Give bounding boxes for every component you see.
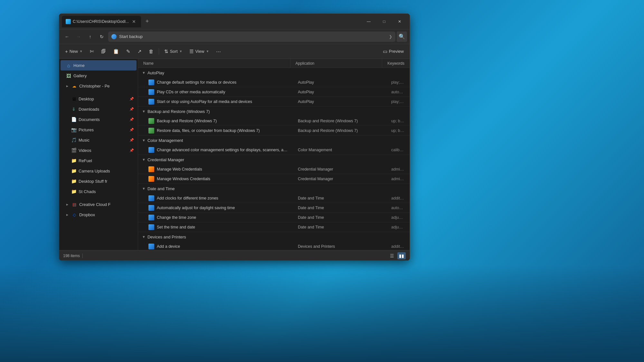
- table-row[interactable]: Play CDs or other media automatically Au…: [138, 87, 410, 97]
- active-tab[interactable]: C:\Users\CHRIS\Desktop\GodI... ✕: [62, 16, 141, 27]
- tab-close-button[interactable]: ✕: [131, 18, 137, 25]
- file-list[interactable]: ▼ AutoPlay Change default settings for m…: [138, 68, 410, 250]
- refresh-button[interactable]: ↻: [97, 32, 107, 42]
- forward-button[interactable]: →: [73, 32, 84, 42]
- table-row[interactable]: Manage Windows Credentials Credential Ma…: [138, 174, 410, 184]
- sidebar-item-downloads[interactable]: ⇓ Downloads 📌: [61, 104, 137, 114]
- pin-icon: 📌: [129, 97, 134, 101]
- search-button[interactable]: 🔍: [397, 32, 407, 42]
- tab-icon: [66, 19, 71, 24]
- sidebar-item-refuel[interactable]: 📁 ReFuel: [61, 155, 137, 166]
- sidebar-item-videos[interactable]: 🎬 Videos 📌: [61, 145, 137, 155]
- back-button[interactable]: ←: [62, 32, 72, 42]
- item-keywords: up; backing; back: [386, 119, 410, 123]
- group-devices[interactable]: ▼ Devices and Printers: [138, 232, 410, 242]
- list-view-button[interactable]: ☰: [388, 252, 396, 259]
- group-date-time[interactable]: ▼ Date and Time: [138, 184, 410, 193]
- rename-button[interactable]: ✎: [123, 46, 134, 57]
- devices-chevron-icon: ▼: [142, 235, 146, 239]
- close-button[interactable]: ✕: [392, 16, 407, 27]
- sidebar-documents-label: Documents: [79, 117, 128, 122]
- new-icon: +: [65, 49, 68, 54]
- item-app: Backup and Restore (Windows 7): [293, 119, 386, 123]
- table-row[interactable]: Add a device Devices and Printers additi…: [138, 242, 410, 250]
- sidebar-item-desktop-stuff[interactable]: 📁 Desktop Stuff fr: [61, 176, 137, 186]
- table-row[interactable]: Automatically adjust for daylight saving…: [138, 203, 410, 213]
- rename-icon: ✎: [126, 49, 130, 54]
- table-row[interactable]: Backup and Restore (Windows 7) Backup an…: [138, 116, 410, 126]
- up-button[interactable]: ↑: [85, 32, 95, 42]
- sidebar-item-st-chads[interactable]: 📁 St Chads: [61, 186, 137, 197]
- table-row[interactable]: Set the time and date Date and Time adju…: [138, 222, 410, 232]
- sidebar-item-camera-uploads[interactable]: 📁 Camera Uploads: [61, 166, 137, 176]
- new-tab-button[interactable]: +: [142, 17, 152, 26]
- col-app-label: Application: [296, 61, 315, 66]
- table-row[interactable]: Manage Web Credentials Credential Manage…: [138, 164, 410, 174]
- tab-title: C:\Users\CHRIS\Desktop\GodI...: [73, 19, 129, 24]
- delete-button[interactable]: 🗑: [146, 46, 157, 57]
- new-button[interactable]: + New ▼: [62, 46, 86, 57]
- sidebar-christopher-label: Christopher - Pe: [79, 84, 134, 88]
- sidebar-item-music[interactable]: 🎵 Music 📌: [61, 135, 137, 145]
- status-bar: 198 items ☰ ▮▮: [59, 250, 410, 261]
- item-app: AutoPlay: [293, 90, 386, 94]
- maximize-button[interactable]: □: [377, 16, 392, 27]
- address-text: Start backup: [119, 34, 386, 39]
- sidebar-item-gallery[interactable]: 🖼 Gallery: [61, 70, 137, 81]
- more-options-button[interactable]: ⋯: [213, 46, 224, 57]
- share-button[interactable]: ↗: [134, 46, 145, 57]
- sidebar-item-pictures[interactable]: 📷 Pictures 📌: [61, 125, 137, 135]
- item-keywords: calibrate; calibratic: [386, 148, 410, 152]
- address-bar[interactable]: Start backup ❯: [108, 32, 395, 42]
- item-icon: [148, 205, 154, 211]
- sidebar-item-christopher[interactable]: ► ☁ Christopher - Pe: [61, 81, 137, 91]
- sidebar-item-home[interactable]: ⌂ Home: [61, 60, 137, 70]
- item-name: Change default settings for media or dev…: [157, 80, 236, 85]
- devices-title: Devices and Printers: [147, 235, 186, 239]
- home-icon: ⌂: [66, 62, 71, 68]
- item-keywords: additional; anothe: [386, 196, 410, 200]
- paste-button[interactable]: 📋: [110, 46, 122, 57]
- preview-button[interactable]: ▭ Preview: [380, 46, 407, 57]
- camera-uploads-icon: 📁: [71, 168, 77, 174]
- sort-button[interactable]: ⇅ Sort ▼: [161, 46, 186, 57]
- autoplay-title: AutoPlay: [147, 70, 164, 75]
- sidebar-item-documents[interactable]: 📄 Documents 📌: [61, 114, 137, 125]
- table-row[interactable]: Restore data, files, or computer from ba…: [138, 126, 410, 135]
- table-row[interactable]: Add clocks for different time zones Date…: [138, 193, 410, 203]
- st-chads-icon: 📁: [71, 189, 77, 194]
- item-name: Manage Web Credentials: [157, 167, 202, 172]
- group-credential[interactable]: ▼ Credential Manager: [138, 155, 410, 164]
- downloads-icon: ⇓: [71, 106, 77, 112]
- table-row[interactable]: Start or stop using AutoPlay for all med…: [138, 97, 410, 107]
- dropbox-icon: ◇: [71, 212, 77, 218]
- item-icon: [148, 118, 154, 124]
- sidebar-item-creative-cloud[interactable]: ► ▤ Creative Cloud F: [61, 199, 137, 209]
- sidebar-item-desktop[interactable]: 🖥 Desktop 📌: [61, 94, 137, 104]
- table-row[interactable]: Change advanced color management setting…: [138, 145, 410, 155]
- date-time-title: Date and Time: [147, 186, 175, 191]
- cut-icon: ✄: [90, 49, 94, 54]
- view-button[interactable]: ☰ View ▼: [186, 46, 212, 57]
- minimize-button[interactable]: —: [361, 16, 376, 27]
- items-count: 198 items: [63, 254, 80, 258]
- group-color[interactable]: ▼ Color Management: [138, 135, 410, 145]
- details-view-button[interactable]: ▮▮: [397, 252, 406, 259]
- table-row[interactable]: Change the time zone Date and Time adjus…: [138, 213, 410, 222]
- sidebar-music-label: Music: [79, 138, 128, 143]
- sidebar-item-dropbox[interactable]: ► ◇ Dropbox: [61, 209, 137, 220]
- group-backup[interactable]: ▼ Backup and Restore (Windows 7): [138, 107, 410, 116]
- col-header-keywords[interactable]: Keywords: [382, 59, 410, 68]
- dropbox-expand-icon: ►: [66, 213, 69, 217]
- item-icon: [148, 195, 154, 201]
- col-header-application[interactable]: Application: [290, 59, 383, 68]
- copy-icon: 🗐: [101, 49, 106, 54]
- col-header-name[interactable]: Name: [138, 59, 290, 68]
- table-row[interactable]: Change default settings for media or dev…: [138, 78, 410, 87]
- cut-button[interactable]: ✄: [87, 46, 97, 57]
- sidebar-camera-label: Camera Uploads: [79, 169, 134, 173]
- col-kw-label: Keywords: [387, 61, 404, 66]
- preview-icon: ▭: [383, 49, 387, 54]
- group-autoplay[interactable]: ▼ AutoPlay: [138, 68, 410, 78]
- copy-button[interactable]: 🗐: [98, 46, 109, 57]
